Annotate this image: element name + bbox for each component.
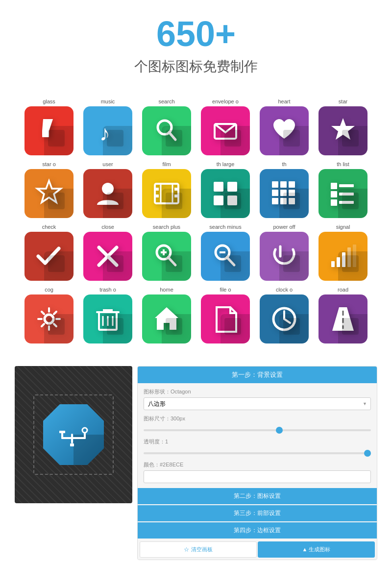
icon-label: trash o bbox=[99, 287, 116, 293]
icon-cell-heart[interactable]: heart bbox=[255, 96, 314, 158]
svg-rect-30 bbox=[272, 181, 278, 188]
step4-button[interactable]: 第四步：边框设置 bbox=[138, 522, 377, 539]
search-minus-icon bbox=[210, 241, 241, 272]
icon-box-search[interactable] bbox=[142, 106, 191, 155]
heart-icon bbox=[269, 115, 300, 147]
svg-rect-18 bbox=[155, 188, 159, 191]
icon-cell-film[interactable]: film bbox=[137, 158, 196, 221]
icon-label: home bbox=[160, 287, 173, 293]
step2-button[interactable]: 第二步：图标设置 bbox=[138, 488, 377, 504]
svg-rect-55 bbox=[166, 255, 182, 272]
icon-box-star-o[interactable] bbox=[24, 169, 74, 218]
header: 650+ 个图标图标免费制作 bbox=[0, 0, 392, 91]
home-icon bbox=[151, 303, 182, 335]
file-icon bbox=[210, 303, 241, 335]
check-icon bbox=[33, 241, 65, 272]
icon-cell-music[interactable]: music♪ bbox=[78, 96, 137, 158]
size-slider[interactable] bbox=[144, 429, 371, 431]
icon-cell-search[interactable]: search bbox=[137, 96, 196, 158]
cog-icon bbox=[33, 303, 65, 335]
icon-cell-search-minus[interactable]: search minus bbox=[196, 221, 255, 284]
shape-select[interactable]: 八边形 bbox=[144, 397, 371, 410]
settings-title: 第一步：背景设置 bbox=[138, 367, 377, 383]
svg-rect-7 bbox=[166, 130, 182, 147]
icon-box-envelope[interactable] bbox=[201, 106, 250, 155]
size-slider-container bbox=[144, 424, 371, 433]
icon-cell-search-plus[interactable]: search plus bbox=[137, 221, 196, 284]
svg-line-72 bbox=[42, 312, 44, 314]
svg-rect-47 bbox=[48, 255, 65, 272]
svg-rect-27 bbox=[214, 196, 223, 205]
icon-box-heart[interactable] bbox=[260, 106, 309, 155]
icon-cell-star[interactable]: star bbox=[314, 96, 372, 158]
icon-cell-th[interactable]: th bbox=[255, 158, 314, 221]
icon-label: search minus bbox=[209, 224, 241, 230]
svg-marker-99 bbox=[74, 435, 104, 465]
settings-content: 图标形状：Octagon 八边形 图标尺寸：300px 透明度：1 颜色：#2E… bbox=[138, 383, 377, 488]
icon-box-home[interactable] bbox=[142, 294, 191, 343]
icon-box-power[interactable] bbox=[260, 232, 309, 281]
svg-rect-10 bbox=[283, 130, 300, 147]
th-large-icon bbox=[210, 178, 241, 209]
icon-box-th-large[interactable] bbox=[201, 169, 250, 218]
svg-rect-61 bbox=[331, 261, 335, 267]
icon-box-glass[interactable] bbox=[24, 106, 74, 155]
icon-box-trash[interactable] bbox=[83, 294, 132, 343]
icon-cell-file[interactable]: file o bbox=[196, 284, 255, 346]
search-plus-icon bbox=[151, 241, 182, 272]
svg-rect-76 bbox=[48, 318, 65, 335]
icon-label: film bbox=[162, 161, 171, 167]
icon-box-th[interactable] bbox=[260, 169, 309, 218]
icon-cell-clock[interactable]: clock o bbox=[255, 284, 314, 346]
color-label: 颜色：#2E8ECE bbox=[144, 461, 371, 468]
icon-box-road[interactable] bbox=[318, 294, 368, 343]
svg-rect-85 bbox=[107, 318, 123, 335]
svg-line-74 bbox=[54, 312, 56, 314]
icon-cell-check[interactable]: check bbox=[20, 221, 78, 284]
icon-box-signal[interactable] bbox=[318, 232, 368, 281]
icon-label: envelope o bbox=[212, 98, 239, 104]
icon-label: search bbox=[158, 98, 174, 104]
icon-label: glass bbox=[43, 98, 55, 104]
icon-cell-cog[interactable]: cog bbox=[20, 284, 78, 346]
icon-box-search-minus[interactable] bbox=[201, 232, 250, 281]
icon-cell-user[interactable]: user bbox=[78, 158, 137, 221]
icon-label: signal bbox=[336, 224, 350, 230]
icon-cell-glass[interactable]: glass bbox=[20, 96, 78, 158]
icon-cell-th-list[interactable]: th list bbox=[314, 158, 372, 221]
icon-box-film[interactable] bbox=[142, 169, 191, 218]
icon-cell-star-o[interactable]: star o bbox=[20, 158, 78, 221]
icon-cell-power[interactable]: power off bbox=[255, 221, 314, 284]
icon-cell-th-large[interactable]: th large bbox=[196, 158, 255, 221]
icon-cell-envelope[interactable]: envelope o bbox=[196, 96, 255, 158]
icon-cell-trash[interactable]: trash o bbox=[78, 284, 137, 346]
transparency-label: 透明度：1 bbox=[144, 438, 371, 445]
icon-box-music[interactable]: ♪ bbox=[83, 106, 132, 155]
icon-cell-home[interactable]: home bbox=[137, 284, 196, 346]
step3-button[interactable]: 第三步：前部设置 bbox=[138, 505, 377, 521]
icon-box-search-plus[interactable] bbox=[142, 232, 191, 281]
transparency-slider[interactable] bbox=[144, 452, 371, 454]
icon-box-file[interactable] bbox=[201, 294, 250, 343]
icon-box-star[interactable] bbox=[318, 106, 368, 155]
icon-cell-signal[interactable]: signal bbox=[314, 221, 372, 284]
svg-rect-29 bbox=[224, 193, 241, 209]
clear-button[interactable]: ☆ 清空画板 bbox=[140, 541, 257, 558]
icon-cell-road[interactable]: road bbox=[314, 284, 372, 346]
icon-box-check[interactable] bbox=[24, 232, 74, 281]
subtitle: 个图标图标免费制作 bbox=[0, 57, 392, 76]
generate-button[interactable]: ▲ 生成图标 bbox=[258, 541, 375, 558]
icon-cell-close[interactable]: close bbox=[78, 221, 137, 284]
icon-box-th-list[interactable] bbox=[318, 169, 368, 218]
svg-rect-26 bbox=[227, 182, 237, 192]
svg-rect-46 bbox=[342, 193, 359, 209]
icon-box-user[interactable] bbox=[83, 169, 132, 218]
star-o-icon bbox=[33, 178, 65, 209]
icon-box-close[interactable] bbox=[83, 232, 132, 281]
svg-rect-106 bbox=[70, 443, 74, 446]
icon-box-clock[interactable] bbox=[260, 294, 309, 343]
road-icon bbox=[327, 303, 359, 335]
icon-box-cog[interactable] bbox=[24, 294, 74, 343]
svg-rect-40 bbox=[331, 183, 337, 189]
color-input[interactable]: #2E8ECE bbox=[144, 470, 371, 483]
